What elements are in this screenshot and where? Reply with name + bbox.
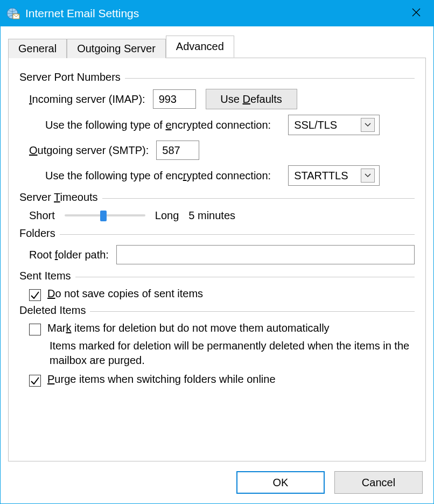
do-not-save-sent-checkbox[interactable] bbox=[29, 289, 41, 301]
checkmark-icon bbox=[30, 290, 40, 300]
section-deleted-items: Deleted Items Mark items for deletion bu… bbox=[19, 304, 415, 386]
timeout-slider[interactable] bbox=[65, 209, 145, 222]
rule bbox=[102, 198, 415, 199]
section-title: Server Timeouts bbox=[19, 191, 98, 204]
outgoing-server-label: Outgoing server (SMTP): bbox=[29, 144, 149, 157]
dialog-footer: OK Cancel bbox=[8, 461, 426, 496]
timeout-value-label: 5 minutes bbox=[188, 209, 235, 222]
section-header: Folders bbox=[19, 227, 415, 240]
incoming-encryption-label: Use the following type of encrypted conn… bbox=[45, 119, 271, 131]
row-outgoing-port: Outgoing server (SMTP): bbox=[19, 141, 415, 160]
tab-panel-advanced: Server Port Numbers Incoming server (IMA… bbox=[8, 58, 426, 461]
section-title: Deleted Items bbox=[19, 304, 86, 317]
cancel-button[interactable]: Cancel bbox=[334, 471, 423, 494]
row-do-not-save-sent: Do not save copies of sent items bbox=[19, 288, 415, 300]
row-purge-on-switch: Purge items when switching folders while… bbox=[19, 373, 415, 386]
use-defaults-button[interactable]: Use Defaults bbox=[206, 89, 297, 109]
rule bbox=[60, 234, 415, 235]
checkbox-label: Do not save copies of sent items bbox=[47, 288, 203, 300]
tab-advanced[interactable]: Advanced bbox=[166, 36, 234, 58]
outgoing-encryption-label: Use the following type of encrypted conn… bbox=[45, 170, 271, 182]
tab-bar: General Outgoing Server Advanced bbox=[8, 34, 426, 58]
outgoing-encryption-select[interactable]: STARTTLS bbox=[288, 165, 380, 186]
purge-on-switch-checkbox[interactable] bbox=[29, 375, 41, 387]
root-folder-path-label: Root folder path: bbox=[29, 249, 109, 261]
slider-short-label: Short bbox=[29, 209, 55, 222]
checkmark-icon bbox=[30, 376, 40, 386]
incoming-port-field[interactable] bbox=[153, 89, 196, 109]
section-header: Sent Items bbox=[19, 270, 415, 282]
row-timeout-slider: Short Long 5 minutes bbox=[19, 209, 415, 222]
section-title: Sent Items bbox=[19, 270, 71, 282]
dialog-window: Internet Email Settings General Outgoing… bbox=[0, 0, 434, 504]
row-mark-for-deletion: Mark items for deletion but do not move … bbox=[19, 322, 415, 334]
section-header: Server Port Numbers bbox=[19, 71, 415, 83]
section-server-timeouts: Server Timeouts Short Long 5 minutes bbox=[19, 191, 415, 222]
rule bbox=[125, 78, 415, 79]
select-value: STARTTLS bbox=[294, 170, 348, 182]
deletion-note: Items marked for deletion will be perman… bbox=[19, 339, 415, 368]
row-incoming-encryption: Use the following type of encrypted conn… bbox=[19, 115, 415, 135]
slider-thumb[interactable] bbox=[100, 211, 107, 221]
close-button[interactable] bbox=[399, 1, 433, 26]
tab-outgoing-server[interactable]: Outgoing Server bbox=[67, 39, 166, 58]
button-label: Cancel bbox=[362, 477, 395, 488]
slider-long-label: Long bbox=[155, 209, 179, 222]
checkbox-label: Purge items when switching folders while… bbox=[47, 373, 276, 386]
tab-general[interactable]: General bbox=[8, 39, 67, 58]
close-icon bbox=[411, 8, 421, 20]
row-outgoing-encryption: Use the following type of encrypted conn… bbox=[19, 165, 415, 186]
rule bbox=[90, 311, 415, 312]
section-folders: Folders Root folder path: bbox=[19, 227, 415, 264]
tab-label: General bbox=[18, 43, 57, 54]
root-folder-path-field[interactable] bbox=[116, 245, 415, 264]
mark-for-deletion-checkbox[interactable] bbox=[29, 324, 41, 335]
section-title: Server Port Numbers bbox=[19, 71, 121, 83]
incoming-server-label: Incoming server (IMAP): bbox=[29, 93, 145, 106]
section-header: Server Timeouts bbox=[19, 191, 415, 204]
section-title: Folders bbox=[19, 227, 55, 240]
section-sent-items: Sent Items Do not save copies of sent it… bbox=[19, 270, 415, 300]
ok-button[interactable]: OK bbox=[236, 471, 325, 494]
outgoing-port-field[interactable] bbox=[156, 141, 199, 160]
section-server-port-numbers: Server Port Numbers Incoming server (IMA… bbox=[19, 71, 415, 186]
titlebar: Internet Email Settings bbox=[1, 1, 433, 26]
checkbox-label: Mark items for deletion but do not move … bbox=[47, 322, 330, 334]
row-incoming-port: Incoming server (IMAP): Use Defaults bbox=[19, 89, 415, 109]
window-title: Internet Email Settings bbox=[25, 7, 139, 20]
button-label: OK bbox=[273, 477, 289, 488]
rule bbox=[75, 277, 415, 277]
select-value: SSL/TLS bbox=[294, 119, 337, 131]
row-root-folder-path: Root folder path: bbox=[19, 245, 415, 264]
tab-label: Outgoing Server bbox=[77, 43, 156, 54]
incoming-encryption-select[interactable]: SSL/TLS bbox=[288, 115, 380, 135]
section-header: Deleted Items bbox=[19, 304, 415, 317]
chevron-down-icon bbox=[361, 169, 375, 183]
tab-label: Advanced bbox=[176, 40, 224, 52]
chevron-down-icon bbox=[361, 118, 375, 132]
dialog-body: General Outgoing Server Advanced Server … bbox=[1, 26, 433, 503]
globe-mail-icon bbox=[6, 6, 20, 20]
